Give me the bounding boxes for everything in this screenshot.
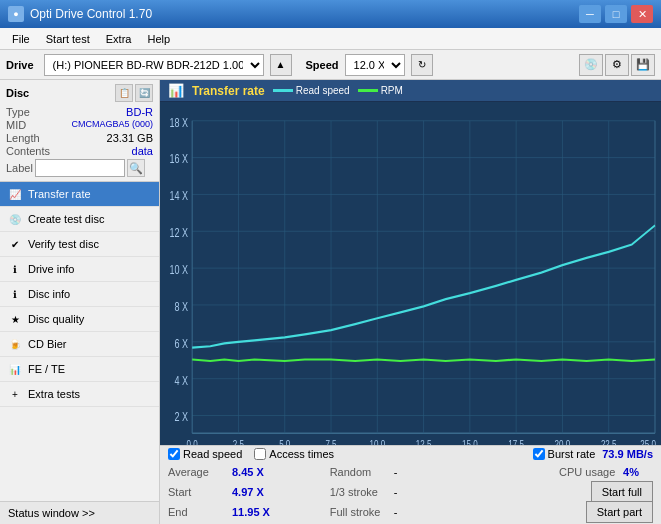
chart-title: Transfer rate: [192, 84, 265, 98]
chart-svg: 18 X 16 X 14 X 12 X 10 X 8 X 6 X 4 X 2 X: [164, 106, 657, 445]
nav-fe-te[interactable]: 📊 FE / TE: [0, 357, 159, 382]
disc-btn-2[interactable]: 🔄: [135, 84, 153, 102]
nav-verify-test-disc-label: Verify test disc: [28, 238, 99, 250]
type-value: BD-R: [126, 106, 153, 118]
contents-label: Contents: [6, 145, 50, 157]
menu-file[interactable]: File: [4, 31, 38, 47]
start-part-button[interactable]: Start part: [586, 501, 653, 523]
end-label: End: [168, 506, 228, 518]
menubar: File Start test Extra Help: [0, 28, 661, 50]
read-speed-checkbox[interactable]: [168, 448, 180, 460]
close-button[interactable]: ✕: [631, 5, 653, 23]
svg-text:2.5: 2.5: [233, 437, 244, 445]
speed-refresh-button[interactable]: ↻: [411, 54, 433, 76]
nav-disc-info[interactable]: ℹ Disc info: [0, 282, 159, 307]
nav-cd-bier[interactable]: 🍺 CD Bier: [0, 332, 159, 357]
nav-disc-info-label: Disc info: [28, 288, 70, 300]
type-label: Type: [6, 106, 30, 118]
stats-bar: Read speed Access times Burst rate 73.9 …: [160, 445, 661, 524]
main-layout: Disc 📋 🔄 Type BD-R MID CMCMAGBA5 (000) L…: [0, 80, 661, 524]
mid-value: CMCMAGBA5 (000): [71, 119, 153, 131]
fe-te-icon: 📊: [8, 362, 22, 376]
stats-rows: Average 8.45 X Start 4.97 X End 11.95 X: [168, 462, 653, 522]
menu-extra[interactable]: Extra: [98, 31, 140, 47]
nav-disc-quality-label: Disc quality: [28, 313, 84, 325]
full-stroke-label: Full stroke: [330, 506, 390, 518]
stats-full-stroke-row: Full stroke -: [330, 502, 492, 522]
average-label: Average: [168, 466, 228, 478]
nav-extra-tests-label: Extra tests: [28, 388, 80, 400]
read-speed-checkbox-label: Read speed: [183, 448, 242, 460]
nav-create-test-disc[interactable]: 💿 Create test disc: [0, 207, 159, 232]
contents-value: data: [132, 145, 153, 157]
nav-drive-info[interactable]: ℹ Drive info: [0, 257, 159, 282]
start-part-row: Start part: [586, 502, 653, 522]
nav-fe-te-label: FE / TE: [28, 363, 65, 375]
cd-bier-icon: 🍺: [8, 337, 22, 351]
access-times-checkbox[interactable]: [254, 448, 266, 460]
stats-col-2: Random - 1/3 stroke - Full stroke -: [330, 462, 492, 522]
drive-select[interactable]: (H:) PIONEER BD-RW BDR-212D 1.00: [44, 54, 264, 76]
mid-label: MID: [6, 119, 26, 131]
cpu-value: 4%: [623, 466, 653, 478]
nav-transfer-rate-label: Transfer rate: [28, 188, 91, 200]
burst-rate-checkbox-label: Burst rate: [548, 448, 596, 460]
checkboxes-row: Read speed Access times Burst rate 73.9 …: [168, 448, 653, 460]
minimize-button[interactable]: ─: [579, 5, 601, 23]
maximize-button[interactable]: □: [605, 5, 627, 23]
disc-btn-1[interactable]: 📋: [115, 84, 133, 102]
disc-label-label: Label: [6, 162, 33, 174]
app-icon: ●: [8, 6, 24, 22]
status-window-btn[interactable]: Status window >>: [0, 501, 159, 524]
svg-text:8 X: 8 X: [175, 299, 189, 313]
label-input[interactable]: [35, 159, 125, 177]
nav-disc-quality[interactable]: ★ Disc quality: [0, 307, 159, 332]
sidebar-nav: 📈 Transfer rate 💿 Create test disc ✔ Ver…: [0, 182, 159, 501]
burst-rate-checkbox[interactable]: [533, 448, 545, 460]
svg-text:7.5: 7.5: [325, 437, 336, 445]
create-test-disc-icon: 💿: [8, 212, 22, 226]
disc-icon-btn[interactable]: 💿: [579, 54, 603, 76]
nav-extra-tests[interactable]: + Extra tests: [0, 382, 159, 407]
checkbox-burst-rate[interactable]: Burst rate 73.9 MB/s: [533, 448, 653, 460]
svg-text:5.0: 5.0: [279, 437, 290, 445]
svg-text:2 X: 2 X: [175, 410, 189, 424]
save-icon-btn[interactable]: 💾: [631, 54, 655, 76]
speed-select[interactable]: 12.0 X: [345, 54, 405, 76]
settings-icon-btn[interactable]: ⚙: [605, 54, 629, 76]
nav-create-test-disc-label: Create test disc: [28, 213, 104, 225]
drive-label: Drive: [6, 59, 34, 71]
svg-text:12 X: 12 X: [170, 225, 189, 239]
start-full-row: Start full: [591, 482, 653, 502]
extra-tests-icon: +: [8, 387, 22, 401]
legend-rpm-color: [358, 89, 378, 92]
legend-read-speed-label: Read speed: [296, 85, 350, 96]
disc-title: Disc: [6, 87, 29, 99]
checkbox-access-times[interactable]: Access times: [254, 448, 334, 460]
random-label: Random: [330, 466, 390, 478]
checkbox-read-speed[interactable]: Read speed: [168, 448, 242, 460]
stroke-1-3-value: -: [394, 486, 444, 498]
svg-text:17.5: 17.5: [508, 437, 524, 445]
random-value: -: [394, 466, 444, 478]
start-value: 4.97 X: [232, 486, 282, 498]
transfer-rate-icon: 📈: [8, 187, 22, 201]
svg-text:22.5: 22.5: [601, 437, 617, 445]
nav-verify-test-disc[interactable]: ✔ Verify test disc: [0, 232, 159, 257]
svg-text:18 X: 18 X: [170, 115, 189, 129]
drive-info-icon: ℹ: [8, 262, 22, 276]
svg-text:0.0: 0.0: [187, 437, 198, 445]
label-folder-btn[interactable]: 🔍: [127, 159, 145, 177]
titlebar: ● Opti Drive Control 1.70 ─ □ ✕: [0, 0, 661, 28]
nav-transfer-rate[interactable]: 📈 Transfer rate: [0, 182, 159, 207]
svg-text:20.0: 20.0: [555, 437, 571, 445]
eject-button[interactable]: ▲: [270, 54, 292, 76]
menu-start-test[interactable]: Start test: [38, 31, 98, 47]
disc-quality-icon: ★: [8, 312, 22, 326]
menu-help[interactable]: Help: [139, 31, 178, 47]
svg-text:15.0: 15.0: [462, 437, 478, 445]
svg-text:10.0: 10.0: [369, 437, 385, 445]
disc-info-icon: ℹ: [8, 287, 22, 301]
sidebar: Disc 📋 🔄 Type BD-R MID CMCMAGBA5 (000) L…: [0, 80, 160, 524]
start-full-button[interactable]: Start full: [591, 481, 653, 503]
